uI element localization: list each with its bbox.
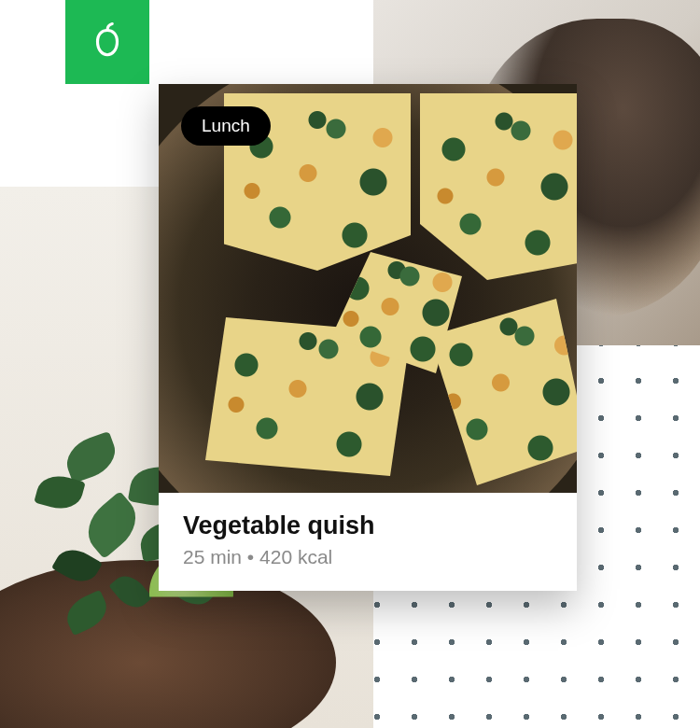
recipe-calories: 420 kcal	[259, 546, 332, 567]
apple-icon	[88, 21, 127, 63]
app-logo-badge[interactable]	[65, 0, 149, 84]
recipe-card[interactable]: Lunch Vegetable quish 25 min • 420 kcal	[159, 84, 577, 591]
meta-separator: •	[242, 546, 259, 567]
recipe-duration: 25 min	[183, 546, 242, 567]
recipe-title: Vegetable quish	[183, 511, 553, 540]
meal-type-badge: Lunch	[181, 106, 271, 146]
recipe-info: Vegetable quish 25 min • 420 kcal	[159, 493, 577, 591]
recipe-image: Lunch	[159, 84, 577, 493]
recipe-meta: 25 min • 420 kcal	[183, 546, 553, 568]
meal-type-label: Lunch	[202, 116, 250, 135]
